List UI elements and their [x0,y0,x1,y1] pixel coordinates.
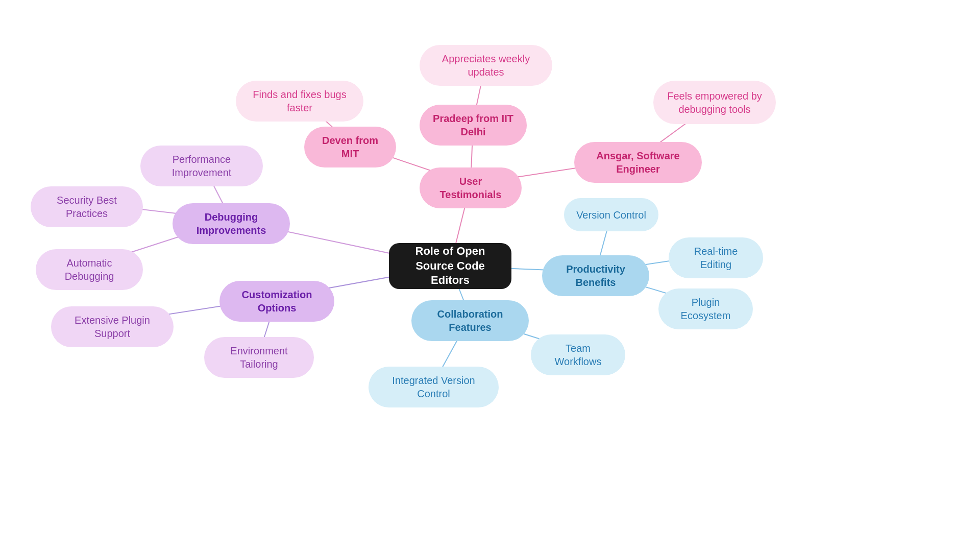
node-customization_options: Customization Options [219,281,334,322]
node-productivity_benefits: Productivity Benefits [542,255,649,296]
node-security_best_practices: Security Best Practices [31,186,143,227]
node-appreciates_weekly: Appreciates weekly updates [420,45,552,86]
node-integrated_version_control: Integrated Version Control [369,367,499,407]
mindmap-container: Role of Open Source Code EditorsDebuggin… [0,0,980,553]
node-version_control: Version Control [564,198,658,231]
node-finds_fixes_bugs: Finds and fixes bugs faster [236,81,363,122]
node-extensive_plugin_support: Extensive Plugin Support [51,306,174,347]
node-debugging_improvements: Debugging Improvements [173,203,290,244]
node-team_workflows: Team Workflows [531,334,625,375]
node-center: Role of Open Source Code Editors [389,243,511,289]
node-plugin_ecosystem: Plugin Ecosystem [658,288,753,329]
node-ansgar_software_engineer: Ansgar, Software Engineer [574,142,702,183]
node-performance_improvement: Performance Improvement [140,146,263,186]
node-real_time_editing: Real-time Editing [669,237,763,278]
node-feels_empowered: Feels empowered by debugging tools [653,81,776,124]
node-collaboration_features: Collaboration Features [411,300,529,341]
node-deven_from_mit: Deven from MIT [304,127,396,167]
node-environment_tailoring: Environment Tailoring [204,337,314,378]
node-automatic_debugging: Automatic Debugging [36,249,143,290]
node-user_testimonials: User Testimonials [420,167,522,208]
node-pradeep_iit_delhi: Pradeep from IIT Delhi [420,105,527,146]
